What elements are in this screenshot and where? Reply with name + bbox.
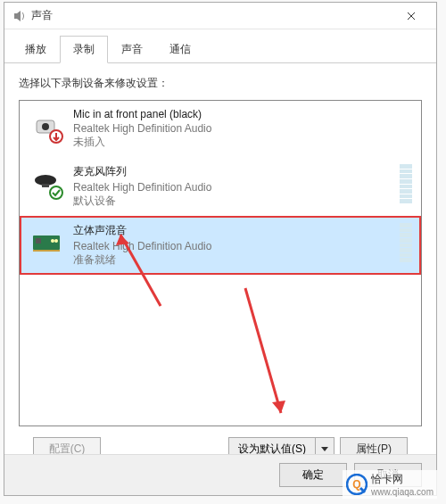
tab-communications[interactable]: 通信 xyxy=(156,36,204,63)
soundcard-icon xyxy=(29,223,66,262)
close-button[interactable] xyxy=(393,4,429,29)
svg-point-8 xyxy=(51,239,54,243)
mic-icon xyxy=(29,164,66,203)
tab-content: 选择以下录制设备来修改设置： Mic in at front panel (bl… xyxy=(4,63,436,474)
device-item[interactable]: Mic in at front panel (black) Realtek Hi… xyxy=(20,101,421,157)
device-info: 麦克风阵列 Realtek High Definition Audio 默认设备 xyxy=(73,164,394,209)
window-title: 声音 xyxy=(31,8,393,23)
device-name: 麦克风阵列 xyxy=(73,164,394,179)
jack-icon xyxy=(29,108,66,147)
svg-point-1 xyxy=(42,123,49,130)
device-driver: Realtek High Definition Audio xyxy=(73,181,394,194)
close-icon xyxy=(407,12,416,21)
titlebar: 声音 xyxy=(4,3,436,29)
device-status: 未插入 xyxy=(73,135,412,150)
svg-point-5 xyxy=(50,186,62,199)
instruction-text: 选择以下录制设备来修改设置： xyxy=(19,76,422,91)
svg-text:Q: Q xyxy=(352,478,360,491)
level-meter xyxy=(400,164,412,203)
ok-button[interactable]: 确定 xyxy=(279,463,347,487)
device-list[interactable]: Mic in at front panel (black) Realtek Hi… xyxy=(19,100,422,426)
watermark-name: 恰卡网 xyxy=(371,473,403,485)
svg-rect-7 xyxy=(36,238,41,244)
watermark: Q 恰卡网 www.qiaqa.com xyxy=(343,470,437,499)
tab-recording[interactable]: 录制 xyxy=(60,36,108,63)
device-item[interactable]: 麦克风阵列 Realtek High Definition Audio 默认设备 xyxy=(20,157,421,216)
watermark-url: www.qiaqa.com xyxy=(371,487,434,497)
device-info: Mic in at front panel (black) Realtek Hi… xyxy=(73,108,412,150)
device-status: 默认设备 xyxy=(73,194,394,209)
device-info: 立体声混音 Realtek High Definition Audio 准备就绪 xyxy=(73,223,394,268)
svg-rect-10 xyxy=(33,250,60,252)
sound-settings-window: 声音 播放 录制 声音 通信 选择以下录制设备来修改设置： Mic in at … xyxy=(4,2,437,496)
device-status: 准备就绪 xyxy=(73,252,394,268)
chevron-down-icon xyxy=(321,447,328,452)
level-meter xyxy=(400,223,412,262)
tab-strip: 播放 录制 声音 通信 xyxy=(4,31,436,63)
device-driver: Realtek High Definition Audio xyxy=(73,240,394,252)
device-item-selected[interactable]: 立体声混音 Realtek High Definition Audio 准备就绪 xyxy=(20,216,421,275)
watermark-logo: Q xyxy=(346,474,368,495)
device-name: 立体声混音 xyxy=(73,223,394,238)
tab-playback[interactable]: 播放 xyxy=(12,36,60,63)
tab-sounds[interactable]: 声音 xyxy=(108,36,156,63)
device-driver: Realtek High Definition Audio xyxy=(73,122,412,135)
svg-point-9 xyxy=(54,239,58,243)
sound-app-icon xyxy=(12,9,26,23)
device-name: Mic in at front panel (black) xyxy=(73,108,412,120)
svg-rect-4 xyxy=(42,184,49,187)
